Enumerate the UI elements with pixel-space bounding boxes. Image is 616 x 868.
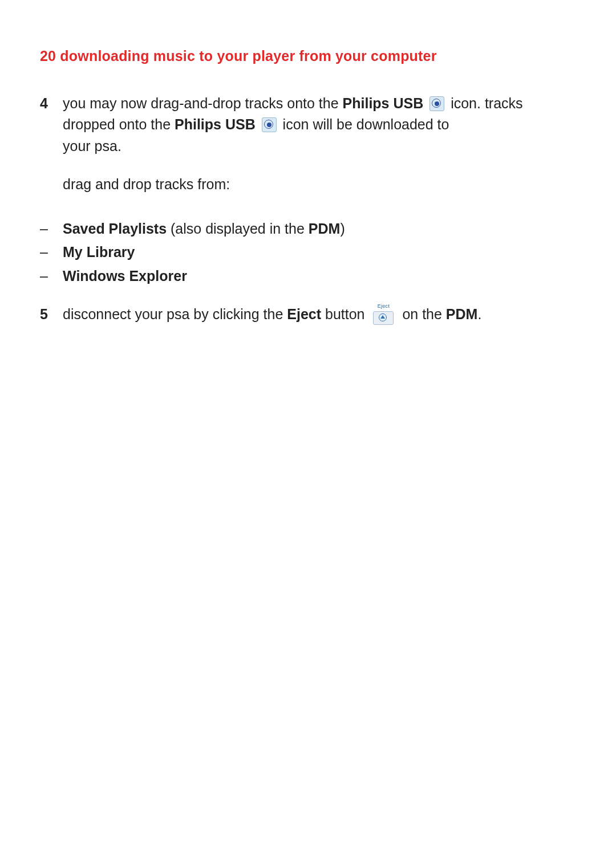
step-number: 5 [40,304,63,325]
text: your psa. [63,136,576,157]
text: icon will be downloaded to [283,116,449,132]
pdm-label: PDM [309,221,341,237]
eject-icon-caption: Eject [372,304,395,309]
eject-icon [373,311,394,325]
label: Saved Playlists [63,221,167,237]
text: you may now drag-and-drop tracks onto th… [63,95,343,111]
text: on the [402,306,445,322]
step-5: 5 disconnect your psa by clicking the Ej… [40,304,576,331]
text: drag and drop tracks from: [63,174,576,195]
dash: – [40,242,63,263]
philips-usb-label: Philips USB [343,95,424,111]
manual-page: 20 downloading music to your player from… [0,0,616,331]
text: button [321,306,368,322]
text: ) [340,221,345,237]
step-body: disconnect your psa by clicking the Ejec… [63,304,576,331]
list-item: – My Library [40,242,576,263]
pdm-label: PDM [446,306,478,322]
dash: – [40,266,63,287]
text: (also displayed in the [167,221,309,237]
dash: – [40,218,63,240]
list-item: – Windows Explorer [40,266,576,287]
philips-usb-icon [429,96,444,111]
step-number: 4 [40,93,63,115]
label: Windows Explorer [63,268,187,284]
source-list: – Saved Playlists (also displayed in the… [40,218,576,287]
list-item: – Saved Playlists (also displayed in the… [40,218,576,240]
label: My Library [63,244,135,260]
step-4: 4 you may now drag-and-drop tracks onto … [40,93,576,213]
section-heading: 20 downloading music to your player from… [40,46,576,67]
philips-usb-icon [262,117,277,132]
text: . [477,306,481,322]
step-body: you may now drag-and-drop tracks onto th… [63,93,576,213]
text: disconnect your psa by clicking the [63,306,287,322]
eject-button-icon: Eject [372,304,395,331]
philips-usb-label: Philips USB [175,116,256,132]
eject-label-bold: Eject [287,306,321,322]
